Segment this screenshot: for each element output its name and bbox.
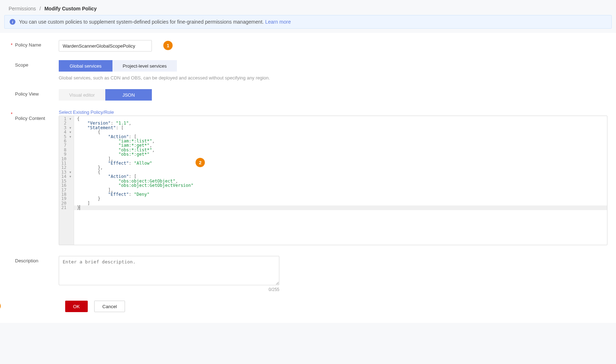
scope-option-global[interactable]: Global services <box>59 60 112 72</box>
breadcrumb-separator: / <box>39 6 41 11</box>
ok-button[interactable]: OK <box>65 301 88 312</box>
label-policy-content: Policy Content <box>9 109 59 121</box>
callout-1: 1 <box>163 41 173 50</box>
editor-code[interactable]: { "Version": "1.1", "Statement": [ { "Ac… <box>74 116 607 245</box>
label-policy-view: Policy View <box>9 89 59 97</box>
callout-2: 2 <box>196 158 205 167</box>
row-policy-content: Policy Content Select Existing Policy/Ro… <box>9 109 607 245</box>
breadcrumb-current: Modify Custom Policy <box>44 6 97 11</box>
cancel-button[interactable]: Cancel <box>94 301 125 312</box>
info-banner: i You can use custom policies to supplem… <box>4 15 612 29</box>
row-actions: 3 OK Cancel <box>9 301 607 312</box>
row-description: Description 0/255 <box>9 256 607 292</box>
breadcrumb-parent[interactable]: Permissions <box>9 6 36 11</box>
scope-option-project[interactable]: Project-level services <box>112 60 177 72</box>
row-policy-name: Policy Name 1 <box>9 40 607 52</box>
policy-name-input[interactable] <box>59 40 152 52</box>
breadcrumb: Permissions / Modify Custom Policy <box>0 0 616 15</box>
label-scope: Scope <box>9 60 59 68</box>
select-existing-link[interactable]: Select Existing Policy/Role <box>59 110 114 115</box>
row-scope: Scope Global services Project-level serv… <box>9 60 607 81</box>
info-banner-text: You can use custom policies to supplemen… <box>19 19 264 25</box>
policyview-segmented: Visual editor JSON <box>59 89 607 101</box>
row-policy-view: Policy View Visual editor JSON <box>9 89 607 101</box>
description-char-count: 0/255 <box>59 287 279 292</box>
callout-3: 3 <box>0 301 1 311</box>
label-description: Description <box>9 256 59 263</box>
info-icon: i <box>10 19 15 25</box>
policyview-option-json[interactable]: JSON <box>105 89 152 101</box>
editor-gutter: 1 ▾ 2 3 ▾ 4 ▾ 5 ▾ 6 7 8 9 10 11 12 13 ▾ … <box>59 116 74 245</box>
json-editor[interactable]: 1 ▾ 2 3 ▾ 4 ▾ 5 ▾ 6 7 8 9 10 11 12 13 ▾ … <box>59 116 607 245</box>
description-textarea[interactable] <box>59 256 279 285</box>
scope-help-text: Global services, such as CDN and OBS, ca… <box>59 75 607 81</box>
policyview-option-visual[interactable]: Visual editor <box>59 89 105 101</box>
label-policy-name: Policy Name <box>9 40 59 48</box>
info-banner-link[interactable]: Learn more <box>265 19 291 25</box>
scope-segmented: Global services Project-level services <box>59 60 607 72</box>
